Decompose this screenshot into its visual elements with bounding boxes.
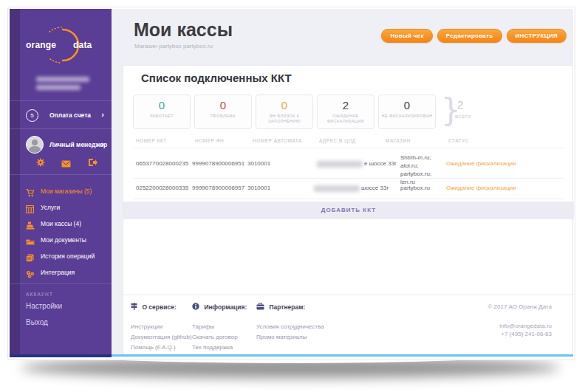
sidebar-item-services[interactable]: Услуги <box>10 202 112 216</box>
footer-link[interactable]: Промо материалы <box>256 334 307 340</box>
cell-fn: 9999078900006951 <box>192 160 244 167</box>
cart-icon <box>26 187 35 200</box>
cell-kkt: 0653770028000235 <box>136 160 188 167</box>
divider <box>10 100 112 101</box>
divider <box>134 148 564 148</box>
footer-col-about-title: О сервисе: <box>131 303 177 312</box>
sidebar-item-logout[interactable]: Выход <box>26 318 48 326</box>
cell-address: шоссе 33г <box>361 185 388 191</box>
address-redacted <box>317 161 363 168</box>
footer-link[interactable]: Тех поддержка <box>192 344 233 351</box>
sidebar-item-manager[interactable]: Личный менеджер › <box>10 139 112 154</box>
copyright: © 2017 АО Оранж Дата <box>487 303 552 310</box>
total-value: 2 <box>457 98 463 111</box>
cell-kkt: 0252200028000335 <box>136 185 188 191</box>
cash-register-icon <box>26 219 35 233</box>
orange-data-logo: orange data <box>24 25 101 65</box>
bottom-bar-lightblue <box>112 354 573 357</box>
payment-label: Оплата счета <box>49 111 91 119</box>
chevron-right-icon: › <box>101 140 104 148</box>
cell-automat: 3010001 <box>247 185 270 191</box>
total-label: ВСЕГО <box>455 114 471 119</box>
payment-badge-icon: 5 <box>26 109 38 122</box>
sidebar-item-settings[interactable]: Настройки <box>26 302 62 310</box>
gear-icon[interactable] <box>36 157 47 165</box>
page-subtitle: Магазин partybox partybox.ru <box>134 43 213 49</box>
sidebar-item-my-shops[interactable]: Мои магазины (5) <box>10 186 112 199</box>
footer-col-partners-title: Партнерам: <box>256 303 305 312</box>
sidebar: orange data 5 Оплата счета › Личный мене… <box>10 9 112 355</box>
stat-card-awaiting-fiscalization: 2 ОЖИДАНИЕ ФИСКАЛИЗАЦИИ <box>317 94 374 129</box>
contact-email: info@orangedata.ru <box>499 323 552 329</box>
instruction-button[interactable]: ИНСТРУКЦИЯ <box>507 29 566 43</box>
sidebar-edge-strip <box>10 9 20 355</box>
cell-fn: 9999078900006957 <box>192 185 244 191</box>
logo-word-orange: orange <box>26 40 56 50</box>
col-header-fn: НОМЕР ФН <box>195 138 224 143</box>
divider <box>10 283 112 284</box>
page-title: Мои кассы <box>134 19 233 41</box>
briefcase-icon <box>256 303 264 312</box>
user-info-redacted <box>36 85 81 90</box>
signpost-icon <box>131 303 137 312</box>
sidebar-item-my-documents[interactable]: Мои документы <box>10 235 112 248</box>
stat-card-working: 0 РАБОТАЕТ <box>133 94 191 129</box>
col-header-status: СТАТУС <box>448 138 469 143</box>
col-header-automat: НОМЕР АВТОМАТА <box>253 138 302 143</box>
user-info-redacted <box>36 77 89 82</box>
footer-link[interactable]: Скачать договор <box>192 334 238 340</box>
footer-link[interactable]: Тарифы <box>192 323 214 330</box>
table-row[interactable]: 0653770028000235 9999078900006951 301000… <box>123 151 574 178</box>
table-row[interactable]: 0252200028000335 9999078900006957 301000… <box>123 178 574 199</box>
stat-card-problem: 0 ПРОБЛЕМА <box>194 94 252 129</box>
logo-word-data: data <box>73 40 92 50</box>
footer-link[interactable]: Условия сотрудничества <box>256 323 324 330</box>
logout-icon[interactable] <box>88 157 98 165</box>
info-icon <box>192 303 199 312</box>
sidebar-item-history[interactable]: История операций <box>10 251 112 264</box>
col-header-address: АДРЕС В ЦОД <box>319 138 356 143</box>
new-check-button[interactable]: Новый чек <box>381 29 432 43</box>
add-kkt-button[interactable]: ДОБАВИТЬ ККТ <box>123 202 574 219</box>
panel-title: Список подключенных ККТ <box>141 72 292 84</box>
divider <box>10 128 112 129</box>
footer-link[interactable]: Инструкции <box>131 323 162 330</box>
col-header-kkt: НОМЕР ККТ <box>136 138 167 143</box>
col-header-shop: МАГАЗИН <box>386 138 411 143</box>
stat-card-fn-almost-full: 0 ФН БЛИЗОК К ЗАПОЛНЕНИЮ <box>256 94 313 129</box>
footer-link[interactable]: Документация (github) <box>131 334 192 340</box>
edit-button[interactable]: Редактировать <box>437 29 502 43</box>
header-buttons: Новый чек Редактировать ИНСТРУКЦИЯ <box>381 29 566 43</box>
envelope-icon[interactable] <box>61 157 72 166</box>
cell-shop: partybox.ru <box>400 185 430 191</box>
avatar <box>26 136 44 154</box>
integration-icon <box>26 268 35 281</box>
sidebar-item-integration[interactable]: Интеграция <box>10 267 112 281</box>
main-content: Мои кассы Магазин partybox partybox.ru Н… <box>112 9 573 355</box>
footer-link[interactable]: Помощь (F.A.Q.) <box>131 344 176 351</box>
footer-col-info-title: Информация: <box>192 303 247 312</box>
chevron-right-icon: › <box>101 110 104 119</box>
history-icon <box>26 252 34 265</box>
services-icon <box>26 203 34 216</box>
divider <box>134 199 564 199</box>
folder-icon <box>26 235 35 249</box>
footer-divider <box>123 295 574 295</box>
sidebar-item-my-kassas[interactable]: Мои кассы (4) <box>10 219 112 232</box>
cell-status: Ожидание фискализации <box>446 185 516 191</box>
cell-status: Ожидание фискализации <box>446 160 516 167</box>
app-window: orange data 5 Оплата счета › Личный мене… <box>7 7 575 360</box>
manager-label: Личный менеджер <box>49 141 107 148</box>
contact-phone: +7 (495) 241-06-63 <box>501 331 552 337</box>
bottom-bar-navy <box>10 354 112 357</box>
cell-address: е шоссе 33г <box>364 160 397 167</box>
screenshot-stage: orange data 5 Оплата счета › Личный мене… <box>0 0 582 392</box>
stat-card-not-fiscalized: 0 НЕ ФИСКАЛИЗИРОВАН <box>378 94 436 129</box>
sidebar-item-payment[interactable]: 5 Оплата счета › <box>10 109 112 123</box>
divider <box>10 174 112 175</box>
account-section-caption: АККАУНТ <box>26 292 53 297</box>
kkt-panel: Список подключенных ККТ 0 РАБОТАЕТ 0 ПРО… <box>123 65 573 355</box>
address-redacted <box>314 185 360 192</box>
cell-automat: 3010001 <box>247 160 270 167</box>
